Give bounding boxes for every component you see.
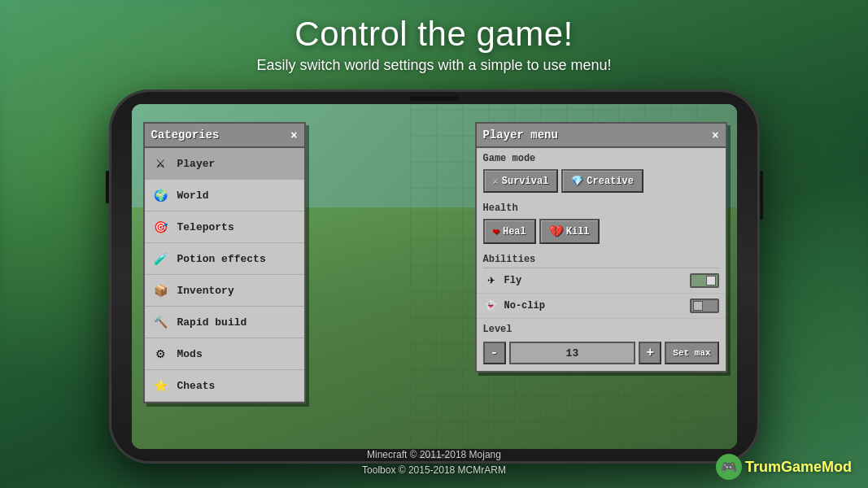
inventory-icon: 📦 [151,281,171,300]
skull-icon: 💔 [549,224,563,238]
level-plus-button[interactable]: + [639,342,661,364]
build-icon: 🔨 [151,312,171,332]
main-title: Control the game! [0,15,868,54]
teleport-icon: 🎯 [151,217,171,237]
abilities-label: Abilities [477,249,726,268]
sword-icon: ⚔ [151,154,171,173]
mods-label: Mods [177,348,203,360]
phone-shell: Categories × ⚔ Player 🌍 World 🎯 Teleport… [109,89,760,464]
fly-icon: ✈ [483,272,499,289]
noclip-row: 👻 No-clip [477,294,726,319]
sidebar-item-inventory[interactable]: 📦 Inventory [145,275,304,307]
categories-header: Categories × [145,124,304,148]
level-value: 13 [509,342,636,364]
kill-label: Kill [566,226,590,237]
rapid-build-label: Rapid build [177,316,247,329]
inventory-label: Inventory [177,285,234,297]
game-mode-label: Game mode [477,148,726,167]
logo-area: 🎮 TrumGameMod [716,454,852,480]
categories-title: Categories [151,129,220,142]
sidebar-item-teleports[interactable]: 🎯 Teleports [145,211,304,243]
creative-button[interactable]: 💎 Creative [561,169,643,193]
potion-icon: 🧪 [151,249,171,268]
cheats-label: Cheats [177,380,216,392]
world-icon: 🌍 [151,185,171,205]
sidebar-item-cheats[interactable]: ⭐ Cheats [145,370,304,402]
level-label: Level [477,319,726,338]
survival-button[interactable]: ⚔ Survival [483,169,559,193]
world-label: World [177,190,209,202]
set-max-button[interactable]: Set max [665,342,718,364]
noclip-toggle-knob [693,301,703,311]
phone-power-button [760,171,763,220]
sidebar-item-mods[interactable]: ⚙ Mods [145,338,304,370]
logo-icon: 🎮 [716,454,742,480]
noclip-icon: 👻 [483,298,499,314]
logo-text: TrumGameMod [745,459,852,476]
phone-screen: Categories × ⚔ Player 🌍 World 🎯 Teleport… [132,104,737,449]
game-mode-row: ⚔ Survival 💎 Creative [477,167,726,198]
fly-toggle-knob [706,276,716,285]
categories-panel: Categories × ⚔ Player 🌍 World 🎯 Teleport… [143,122,306,403]
player-panel-header: Player menu × [477,124,726,148]
phone-container: Categories × ⚔ Player 🌍 World 🎯 Teleport… [109,89,760,464]
player-panel-close-button[interactable]: × [712,129,718,142]
heal-label: Heal [503,226,526,237]
survival-icon: ⚔ [493,175,499,187]
mods-icon: ⚙ [151,344,171,364]
fly-row: ✈ Fly [477,268,726,294]
health-row: ❤ Heal 💔 Kill [477,216,726,249]
potion-effects-label: Potion effects [177,253,266,265]
creative-icon: 💎 [571,175,583,187]
logo-mod: Mod [822,459,852,475]
sidebar-item-rapid-build[interactable]: 🔨 Rapid build [145,307,304,338]
sidebar-item-player[interactable]: ⚔ Player [145,148,304,180]
top-section: Control the game! Easily switch world se… [0,0,868,74]
noclip-label: No-clip [504,300,690,312]
cheats-icon: ⭐ [151,376,171,395]
creative-label: Creative [587,176,634,187]
noclip-toggle[interactable] [690,298,719,313]
fly-label: Fly [504,275,690,286]
teleports-label: Teleports [177,221,234,233]
phone-camera [410,96,459,101]
logo-trum: Trum [745,459,781,475]
player-panel-title: Player menu [483,129,558,142]
survival-label: Survival [502,176,549,187]
sidebar-item-world[interactable]: 🌍 World [145,180,304,211]
level-row: - 13 + Set max [477,338,726,371]
phone-volume-button [106,171,109,203]
heal-button[interactable]: ❤ Heal [483,219,536,244]
sidebar-item-potion-effects[interactable]: 🧪 Potion effects [145,243,304,275]
player-label: Player [177,158,216,170]
sub-title: Easily switch world settings with a simp… [0,57,868,74]
logo-game: Game [781,459,822,475]
player-panel: Player menu × Game mode ⚔ Survival 💎 Cre… [475,122,727,373]
kill-button[interactable]: 💔 Kill [539,219,600,244]
health-label: Health [477,198,726,216]
level-minus-button[interactable]: - [483,342,506,364]
categories-close-button[interactable]: × [290,129,297,142]
heart-icon: ❤ [493,224,499,238]
fly-toggle[interactable] [690,273,719,288]
